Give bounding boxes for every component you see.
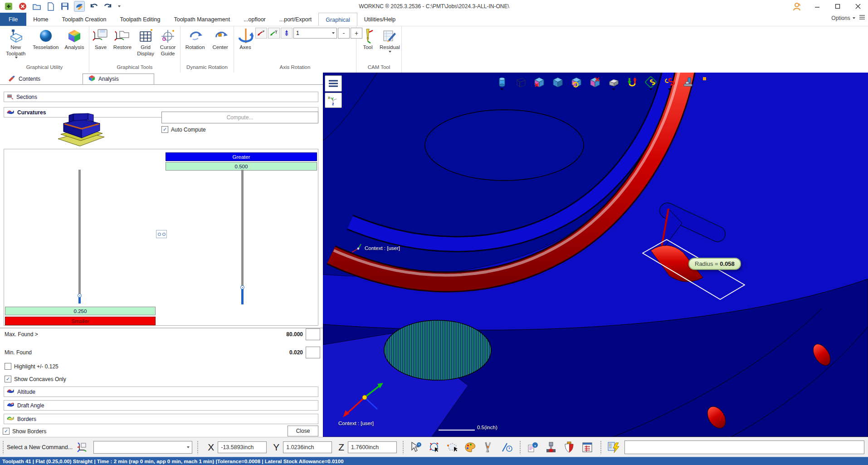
command-combobox[interactable] — [93, 441, 192, 454]
options-menu[interactable]: Options — [831, 15, 855, 21]
grid-display-button[interactable]: Grid Display — [134, 27, 157, 57]
viewport-axes-button[interactable]: xYz — [325, 93, 342, 108]
viewport-menu-button[interactable] — [325, 75, 342, 92]
shield-protect-button[interactable] — [561, 441, 577, 454]
undo-icon[interactable] — [89, 1, 99, 11]
collision-check-button[interactable] — [543, 441, 559, 454]
minimize-button[interactable] — [807, 0, 827, 13]
min-found-spinner[interactable] — [306, 347, 320, 358]
part-model[interactable] — [323, 73, 868, 437]
show-concaves-checkbox-box[interactable] — [5, 376, 11, 382]
toolbar-grip[interactable] — [519, 441, 522, 454]
compute-button[interactable]: Compute... — [161, 112, 318, 123]
dynamic-path-icon[interactable] — [663, 76, 675, 92]
ribbon-collapse-icon[interactable] — [859, 15, 865, 21]
highlight-checkbox[interactable]: Highlight +/- 0.125 — [5, 363, 59, 370]
maximize-button[interactable] — [827, 0, 848, 13]
redo-icon[interactable] — [103, 1, 113, 11]
tab-import-export[interactable]: ...port/Export — [273, 13, 319, 26]
lower-slider-thumb[interactable] — [78, 294, 82, 298]
select-points-button[interactable] — [426, 441, 442, 454]
command-axes-icon[interactable] — [74, 441, 89, 454]
wireframe-cube-icon[interactable] — [515, 76, 527, 92]
qat-options-caret-icon[interactable] — [118, 5, 121, 7]
stock-cube-icon[interactable] — [552, 76, 564, 92]
machine-sim-icon[interactable] — [682, 76, 694, 92]
simulate-path-icon[interactable] — [645, 76, 657, 92]
toolbar-grip[interactable] — [402, 441, 405, 454]
y-coordinate-field[interactable] — [283, 441, 332, 453]
tab-file[interactable]: File — [0, 13, 26, 26]
toolbar-grip[interactable] — [600, 441, 602, 454]
upper-slider-track[interactable] — [241, 170, 244, 287]
worknc-logo-button[interactable] — [74, 1, 85, 12]
delete-stock-icon[interactable] — [533, 76, 545, 92]
axes-button[interactable]: Axes — [235, 27, 255, 51]
line-info-button[interactable] — [499, 441, 514, 454]
open-file-icon[interactable] — [32, 1, 42, 11]
remove-stock-icon[interactable] — [589, 76, 601, 92]
auto-compute-checkbox[interactable]: Auto Compute — [161, 126, 206, 133]
exit-icon[interactable] — [18, 1, 28, 11]
app-icon[interactable] — [4, 1, 14, 11]
rotate-y-button[interactable] — [268, 28, 280, 39]
max-found-spinner[interactable] — [306, 328, 320, 340]
toolbar-grip[interactable] — [2, 441, 5, 454]
show-borders-checkbox-box[interactable] — [3, 428, 10, 435]
select-help-button[interactable] — [408, 441, 424, 454]
stock-cylinder-icon[interactable] — [496, 76, 508, 92]
toolbar-grip[interactable] — [197, 441, 199, 454]
save-icon[interactable] — [60, 1, 70, 11]
x-coordinate-field[interactable] — [218, 441, 267, 453]
hatched-pocket-ellipse[interactable] — [384, 320, 491, 380]
report-window-button[interactable] — [580, 441, 595, 454]
tab-contents[interactable]: Contents — [3, 73, 80, 84]
tab-analysis[interactable]: Analysis — [83, 73, 154, 84]
upper-slider-thumb[interactable] — [240, 285, 244, 289]
z-coordinate-field[interactable] — [348, 441, 397, 453]
tool-button[interactable]: Tool — [358, 27, 378, 51]
show-concaves-checkbox[interactable]: Show Concaves Only — [5, 376, 66, 382]
sections-header[interactable]: Sections — [4, 92, 318, 102]
view-save-button[interactable]: Save — [91, 27, 111, 51]
select-polygon-button[interactable] — [444, 441, 460, 454]
axis-minus-button[interactable]: - — [338, 28, 350, 39]
draft-angle-header[interactable]: Draft Angle — [4, 400, 318, 411]
new-file-icon[interactable] — [46, 1, 56, 11]
altitude-header[interactable]: Altitude — [4, 387, 318, 397]
close-button[interactable] — [848, 0, 868, 13]
toolpath-uturn-icon[interactable] — [626, 76, 638, 92]
new-toolpath-button[interactable]: New Toolpath — [1, 27, 30, 59]
measure-calipers-button[interactable] — [481, 441, 496, 454]
part-boss-ellipse[interactable] — [425, 110, 584, 181]
axis-step-input[interactable] — [294, 29, 330, 37]
tab-toolpath-editing[interactable]: Toolpath Editing — [113, 13, 167, 26]
borders-header[interactable]: Borders — [4, 414, 318, 424]
stock-block-icon[interactable] — [608, 76, 619, 92]
assistant-icon[interactable] — [786, 0, 807, 13]
tab-graphical[interactable]: Graphical — [318, 13, 357, 26]
cursor-guide-button[interactable]: Cursor Guide — [157, 27, 179, 57]
viewport-3d[interactable]: xYz Context : [user] Context : [user] 0.… — [323, 73, 868, 437]
toolpath-info-button[interactable] — [525, 441, 541, 454]
command-input[interactable] — [624, 441, 864, 454]
highlight-checkbox-box[interactable] — [5, 363, 11, 370]
rotation-button[interactable]: Rotation — [182, 27, 208, 51]
residual-button[interactable]: Residual — [378, 27, 402, 53]
tab-utilities-help[interactable]: Utilities/Help — [357, 13, 402, 26]
close-panel-button[interactable]: Close — [288, 426, 318, 436]
rotation-center-button[interactable]: Center — [208, 27, 232, 51]
color-palette-button[interactable] — [463, 441, 478, 454]
axis-step-combobox[interactable] — [293, 28, 337, 39]
auto-compute-checkbox-box[interactable] — [161, 126, 168, 133]
tab-shopfloor[interactable]: ...opfloor — [237, 13, 273, 26]
batch-process-button[interactable] — [606, 441, 621, 454]
rotate-z-button[interactable] — [281, 28, 293, 39]
analysis-button[interactable]: Analysis — [61, 27, 88, 51]
range-link-buttons[interactable] — [156, 230, 167, 238]
view-restore-button[interactable]: Restore — [111, 27, 134, 51]
tab-home[interactable]: Home — [26, 13, 55, 26]
tesselation-button[interactable]: Tesselation — [30, 27, 61, 51]
show-borders-checkbox[interactable]: Show Borders — [3, 428, 46, 435]
rotate-x-button[interactable] — [255, 28, 267, 39]
